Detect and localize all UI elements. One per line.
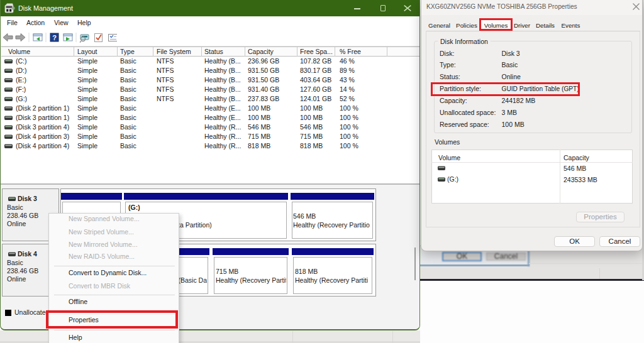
svg-text:?: ? (52, 34, 57, 41)
